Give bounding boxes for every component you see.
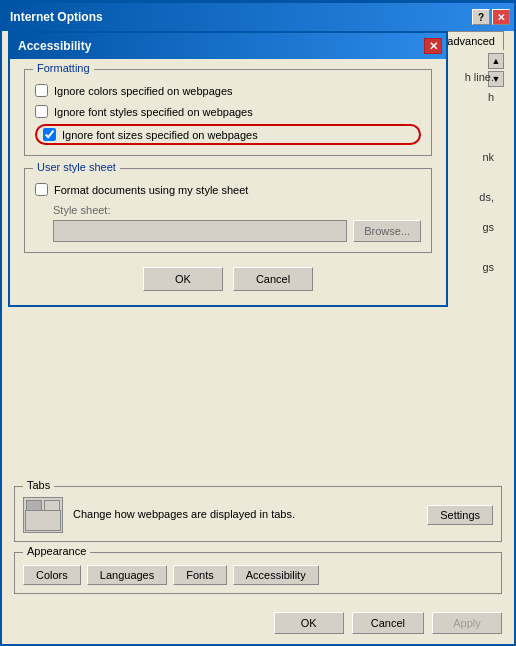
bg-text-1: h line.: [465, 71, 494, 83]
dialog-body: Formatting Ignore colors specified on we…: [10, 59, 446, 305]
tab-icon-inactive: [26, 500, 42, 510]
cancel-button[interactable]: Cancel: [352, 612, 424, 634]
tabs-section-content: Change how webpages are displayed in tab…: [23, 497, 493, 533]
bg-text-6: gs: [482, 261, 494, 273]
browse-button[interactable]: Browse...: [353, 220, 421, 242]
ignore-font-sizes-checkbox[interactable]: [43, 128, 56, 141]
ignore-font-sizes-row: Ignore font sizes specified on webpages: [35, 124, 421, 145]
ignore-font-styles-row: Ignore font styles specified on webpages: [35, 105, 421, 118]
tabs-group: Tabs Change how webpages are displayed i…: [14, 486, 502, 542]
apply-button[interactable]: Apply: [432, 612, 502, 634]
main-window-title: Internet Options: [10, 10, 103, 24]
main-titlebar-buttons: ? ✕: [472, 9, 510, 25]
tabs-icon-top: [24, 498, 62, 510]
dialog-titlebar: Accessibility ✕: [10, 33, 446, 59]
bg-text-5: gs: [482, 221, 494, 233]
format-documents-checkbox[interactable]: [35, 183, 48, 196]
style-sheet-label: Style sheet:: [53, 204, 421, 216]
style-sheet-row: Browse...: [53, 220, 421, 242]
tabs-icon: [23, 497, 63, 533]
ignore-font-styles-label: Ignore font styles specified on webpages: [54, 106, 253, 118]
dialog-title: Accessibility: [18, 39, 91, 53]
languages-button[interactable]: Languages: [87, 565, 167, 585]
dialog-close-button[interactable]: ✕: [424, 38, 442, 54]
tab-icon-active: [44, 500, 60, 510]
tabs-legend: Tabs: [23, 479, 54, 491]
fonts-button[interactable]: Fonts: [173, 565, 227, 585]
formatting-legend: Formatting: [33, 62, 94, 74]
main-close-button[interactable]: ✕: [492, 9, 510, 25]
format-documents-row: Format documents using my style sheet: [35, 183, 421, 196]
ignore-font-styles-checkbox[interactable]: [35, 105, 48, 118]
main-window: Internet Options ? ✕ advanced ▲ ▼ h line…: [0, 0, 516, 646]
formatting-group: Formatting Ignore colors specified on we…: [24, 69, 432, 156]
advanced-tab[interactable]: advanced: [438, 31, 504, 50]
accessibility-button[interactable]: Accessibility: [233, 565, 319, 585]
accessibility-dialog: Accessibility ✕ Formatting Ignore colors…: [8, 31, 448, 307]
bottom-buttons: OK Cancel Apply: [2, 612, 514, 634]
appearance-buttons: Colors Languages Fonts Accessibility: [23, 565, 493, 585]
user-style-group: User style sheet Format documents using …: [24, 168, 432, 253]
ignore-font-sizes-label: Ignore font sizes specified on webpages: [62, 129, 258, 141]
scroll-up-button[interactable]: ▲: [488, 53, 504, 69]
user-style-legend: User style sheet: [33, 161, 120, 173]
tabs-icon-body: [25, 510, 61, 531]
ignore-colors-checkbox[interactable]: [35, 84, 48, 97]
ignore-colors-row: Ignore colors specified on webpages: [35, 84, 421, 97]
tabs-settings-button[interactable]: Settings: [427, 505, 493, 525]
help-button[interactable]: ?: [472, 9, 490, 25]
bg-text-2: h: [488, 91, 494, 103]
ok-button[interactable]: OK: [274, 612, 344, 634]
bg-text-3: nk: [482, 151, 494, 163]
dialog-buttons: OK Cancel: [24, 267, 432, 291]
bg-text-4: ds,: [479, 191, 494, 203]
appearance-group: Appearance Colors Languages Fonts Access…: [14, 552, 502, 594]
background-tab[interactable]: advanced: [438, 31, 504, 50]
style-sheet-input[interactable]: [53, 220, 347, 242]
tabs-description: Change how webpages are displayed in tab…: [73, 507, 417, 522]
dialog-cancel-button[interactable]: Cancel: [233, 267, 313, 291]
dialog-ok-button[interactable]: OK: [143, 267, 223, 291]
colors-button[interactable]: Colors: [23, 565, 81, 585]
appearance-legend: Appearance: [23, 545, 90, 557]
bottom-section: Tabs Change how webpages are displayed i…: [2, 486, 514, 604]
format-documents-label: Format documents using my style sheet: [54, 184, 248, 196]
ignore-colors-label: Ignore colors specified on webpages: [54, 85, 233, 97]
main-titlebar: Internet Options ? ✕: [2, 3, 514, 31]
